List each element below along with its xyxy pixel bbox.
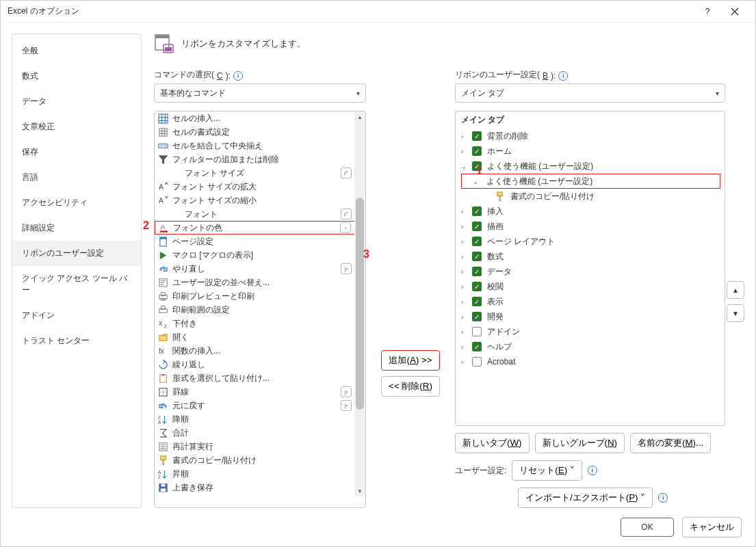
tree-row[interactable]: ›ヘルプ (461, 339, 720, 354)
new-tab-button[interactable]: 新しいタブ(W) (455, 433, 530, 453)
scroll-up-icon[interactable]: ▲ (354, 111, 365, 122)
command-item[interactable]: Aフォント サイズの縮小 (155, 194, 365, 207)
command-item[interactable]: 開く (155, 330, 365, 344)
disclose-icon[interactable]: › (461, 223, 469, 230)
checkbox[interactable] (472, 146, 482, 156)
ribbon-tree[interactable]: 1 メイン タブ›背景の削除›ホーム⌄よく使う機能 (ユーザー設定)⌄よく使う機… (455, 111, 725, 426)
scroll-thumb[interactable] (356, 198, 364, 410)
add-button[interactable]: 追加(A) >> (381, 350, 439, 371)
tree-row[interactable]: ›表示 (461, 294, 720, 309)
remove-button[interactable]: << 削除(R) (381, 376, 440, 397)
sidebar-item[interactable]: 数式 (12, 64, 141, 89)
disclose-icon[interactable]: › (461, 358, 469, 366)
ok-button[interactable]: OK (621, 518, 674, 537)
disclose-icon[interactable]: › (461, 208, 469, 215)
help-button[interactable]: ? (694, 1, 721, 23)
sidebar-item[interactable]: アクセシビリティ (12, 190, 141, 215)
sidebar-item[interactable]: クイック アクセス ツール バー (12, 266, 141, 303)
disclose-icon[interactable]: › (461, 298, 469, 306)
command-item[interactable]: セルの書式設定 (155, 125, 365, 139)
command-item[interactable]: フォントI˅ (155, 207, 365, 221)
command-item[interactable]: ユーザー設定の並べ替え... (155, 276, 365, 289)
disclose-icon[interactable]: › (461, 133, 469, 140)
checkbox[interactable] (472, 282, 482, 291)
tree-row[interactable]: ›アドイン (461, 324, 720, 339)
command-item[interactable]: x2下付き (155, 317, 365, 330)
sidebar-item[interactable]: 文章校正 (12, 114, 141, 139)
disclose-icon[interactable]: › (461, 328, 469, 336)
disclose-icon[interactable]: › (461, 253, 469, 261)
sidebar-item[interactable]: 保存 (12, 139, 141, 165)
command-item[interactable]: 印刷プレビューと印刷 (155, 289, 365, 303)
command-item[interactable]: 上書き保存 (155, 481, 365, 494)
command-item[interactable]: 書式のコピー/貼り付け (155, 453, 365, 467)
command-item[interactable]: 罫線|› (155, 385, 365, 399)
reset-button[interactable]: リセット(E) ˅ (512, 460, 582, 481)
sidebar-item[interactable]: データ (12, 89, 141, 114)
commands-combo[interactable]: 基本的なコマンド ▾ (154, 83, 366, 103)
command-item[interactable]: フィルターの追加または削除 (155, 152, 365, 166)
tree-row[interactable]: ⌄よく使う機能 (ユーザー設定) (461, 159, 720, 174)
commands-listbox[interactable]: セルの挿入...セルの書式設定セルを結合して中央揃えフィルターの追加または削除フ… (154, 111, 366, 508)
tree-row[interactable]: ·書式のコピー/貼り付け (461, 189, 720, 204)
checkbox[interactable] (472, 312, 482, 321)
tree-row[interactable]: ›ホーム (461, 144, 720, 159)
cancel-button[interactable]: キャンセル (682, 517, 742, 537)
command-item[interactable]: 合計 (155, 426, 365, 440)
command-item[interactable]: やり直し|› (155, 262, 365, 276)
command-item[interactable]: セルの挿入... (155, 111, 365, 125)
checkbox[interactable] (472, 357, 482, 366)
sidebar-item[interactable]: アドイン (12, 303, 141, 328)
tree-row[interactable]: ›挿入 (461, 204, 720, 219)
command-item[interactable]: 再計算実行 (155, 440, 365, 453)
info-icon[interactable]: i (558, 71, 568, 81)
command-item[interactable]: フォント サイズI˅ (155, 166, 365, 180)
command-item[interactable]: セルを結合して中央揃え (155, 139, 365, 152)
tree-row[interactable]: ›データ (461, 264, 720, 279)
checkbox[interactable] (472, 297, 482, 306)
import-export-button[interactable]: インポート/エクスポート(P) ˅ (518, 488, 653, 508)
tree-row[interactable]: ›数式 (461, 249, 720, 264)
tree-row[interactable]: ›ページ レイアウト (461, 234, 720, 249)
rename-button[interactable]: 名前の変更(M)... (630, 433, 711, 453)
command-item[interactable]: マクロ [マクロの表示] (155, 248, 365, 262)
info-icon[interactable]: i (658, 493, 668, 503)
command-item[interactable]: 形式を選択して貼り付け... (155, 371, 365, 385)
sidebar-item[interactable]: トラスト センター (12, 328, 141, 353)
command-item[interactable]: 元に戻す|› (155, 399, 365, 412)
checkbox[interactable] (472, 222, 482, 231)
checkbox[interactable] (472, 252, 482, 261)
disclose-icon[interactable]: › (461, 268, 469, 276)
command-item[interactable]: 繰り返し (155, 358, 365, 371)
command-item[interactable]: 印刷範囲の設定 (155, 303, 365, 317)
command-item[interactable]: ページ設定 (155, 235, 365, 248)
tree-row[interactable]: ›校閲 (461, 279, 720, 294)
scrollbar[interactable]: ▲ ▼ (354, 111, 365, 496)
command-item[interactable]: Aフォントの色› (155, 221, 365, 235)
checkbox[interactable] (472, 237, 482, 246)
sidebar-item[interactable]: リボンのユーザー設定 (12, 241, 141, 266)
tree-row[interactable]: ›背景の削除 (461, 129, 720, 144)
ribbon-combo[interactable]: メイン タブ ▾ (455, 83, 725, 103)
new-group-button[interactable]: 新しいグループ(N) (535, 433, 625, 453)
move-up-button[interactable]: ▲ (727, 281, 744, 299)
tree-row[interactable]: ⌄よく使う機能 (ユーザー設定) (461, 174, 720, 189)
checkbox[interactable] (472, 267, 482, 276)
command-item[interactable]: ZA降順 (155, 412, 365, 426)
command-item[interactable]: fx関数の挿入... (155, 344, 365, 358)
disclose-icon[interactable]: › (461, 313, 469, 321)
info-icon[interactable]: i (233, 71, 243, 81)
disclose-icon[interactable]: › (461, 343, 469, 351)
command-item[interactable]: Aフォント サイズの拡大 (155, 180, 365, 194)
disclose-icon[interactable]: › (461, 238, 469, 245)
disclose-icon[interactable]: › (461, 148, 469, 155)
sidebar-item[interactable]: 言語 (12, 165, 141, 190)
checkbox[interactable] (472, 131, 482, 141)
sidebar-item[interactable]: 詳細設定 (12, 215, 141, 241)
tree-row[interactable]: ›開発 (461, 309, 720, 324)
info-icon[interactable]: i (588, 466, 597, 475)
command-item[interactable]: AZ昇順 (155, 467, 365, 481)
disclose-icon[interactable]: › (461, 283, 469, 291)
disclose-icon[interactable]: ⌄ (461, 163, 469, 170)
scroll-down-icon[interactable]: ▼ (354, 485, 365, 496)
